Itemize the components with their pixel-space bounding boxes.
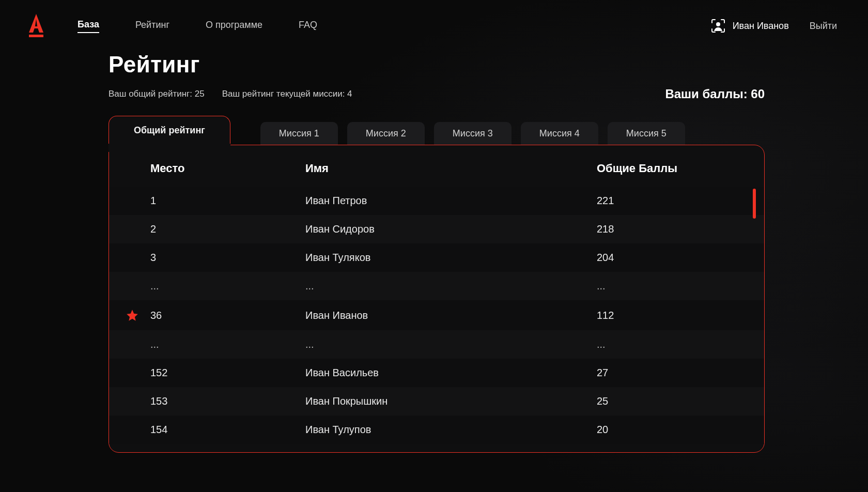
- nav-item-2[interactable]: О программе: [206, 20, 262, 33]
- rating-panel: Место Имя Общие Баллы 1Иван Петров2212Ив…: [109, 145, 765, 453]
- page-title: Рейтинг: [109, 52, 765, 78]
- row-star-cell: [114, 309, 150, 322]
- points-text: Ваши баллы: 60: [665, 87, 765, 101]
- row-name: Иван Васильев: [305, 367, 597, 379]
- tab-mission-3[interactable]: Миссия 3: [434, 122, 512, 145]
- nav-item-0[interactable]: База: [78, 19, 99, 33]
- table-row[interactable]: .........: [109, 272, 764, 300]
- row-name: Иван Туляков: [305, 252, 597, 264]
- table-row[interactable]: 153Иван Покрышкин25: [109, 387, 764, 416]
- user-name: Иван Иванов: [733, 21, 789, 32]
- table-header-score: Общие Баллы: [597, 162, 731, 175]
- table-row[interactable]: .........: [109, 330, 764, 359]
- row-score: 112: [597, 310, 731, 321]
- user-chip[interactable]: Иван Иванов: [711, 19, 789, 33]
- row-score: 221: [597, 195, 731, 207]
- table-header-place: Место: [150, 162, 305, 175]
- tab-mission-1[interactable]: Миссия 1: [260, 122, 338, 145]
- table-header: Место Имя Общие Баллы: [109, 150, 764, 187]
- table-row[interactable]: 2Иван Сидоров218: [109, 215, 764, 243]
- logout-link[interactable]: Выйти: [810, 21, 837, 32]
- row-score: ...: [597, 339, 731, 350]
- nav-item-3[interactable]: FAQ: [299, 20, 317, 33]
- tab-mission-5[interactable]: Миссия 5: [608, 122, 685, 145]
- row-place: 2: [150, 223, 305, 235]
- table-row[interactable]: 3Иван Туляков204: [109, 243, 764, 272]
- svg-point-1: [716, 22, 720, 26]
- row-place: 1: [150, 195, 305, 207]
- row-place: 36: [150, 310, 305, 321]
- row-place: 3: [150, 252, 305, 264]
- row-score: ...: [597, 280, 731, 292]
- main-nav: БазаРейтингО программеFAQ: [78, 19, 317, 33]
- table-row[interactable]: 1Иван Петров221: [109, 187, 764, 215]
- row-name: ...: [305, 339, 597, 350]
- tab-mission-2[interactable]: Миссия 2: [347, 122, 425, 145]
- rating-tabs: Общий рейтингМиссия 1Миссия 2Миссия 3Мис…: [109, 116, 765, 145]
- table-header-name: Имя: [305, 162, 597, 175]
- brand-logo[interactable]: [26, 13, 47, 39]
- row-score: 204: [597, 252, 731, 264]
- row-place: ...: [150, 280, 305, 292]
- nav-item-1[interactable]: Рейтинг: [135, 20, 169, 33]
- header-right: Иван Иванов Выйти: [711, 19, 837, 33]
- user-frame-icon: [711, 19, 725, 33]
- row-score: 25: [597, 395, 731, 407]
- mission-rating-text: Ваш рейтинг текущей миссии: 4: [222, 89, 352, 99]
- row-score: 218: [597, 223, 731, 235]
- row-place: 153: [150, 395, 305, 407]
- table-row[interactable]: 154Иван Тулупов20: [109, 416, 764, 444]
- table-row[interactable]: 152Иван Васильев27: [109, 359, 764, 387]
- svg-rect-0: [29, 35, 43, 37]
- row-score: 27: [597, 367, 731, 379]
- row-place: ...: [150, 339, 305, 350]
- row-name: Иван Покрышкин: [305, 395, 597, 407]
- row-name: Иван Иванов: [305, 310, 597, 321]
- stats-row: Ваш общий рейтинг: 25 Ваш рейтинг текуще…: [109, 87, 765, 101]
- scrollbar-thumb[interactable]: [753, 189, 756, 219]
- row-name: ...: [305, 280, 597, 292]
- scrollbar-track[interactable]: [753, 189, 756, 441]
- tab-overall[interactable]: Общий рейтинг: [109, 116, 230, 145]
- header: БазаРейтингО программеFAQ Иван Иванов Вы…: [0, 0, 868, 52]
- row-place: 152: [150, 367, 305, 379]
- table-row[interactable]: 36Иван Иванов112: [109, 300, 764, 330]
- row-name: Иван Тулупов: [305, 424, 597, 436]
- row-score: 20: [597, 424, 731, 436]
- row-name: Иван Сидоров: [305, 223, 597, 235]
- alfa-logo-icon: [26, 13, 47, 39]
- page-content: Рейтинг Ваш общий рейтинг: 25 Ваш рейтин…: [109, 52, 765, 453]
- table-body: 1Иван Петров2212Иван Сидоров2183Иван Тул…: [109, 187, 764, 444]
- row-name: Иван Петров: [305, 195, 597, 207]
- overall-rating-text: Ваш общий рейтинг: 25: [109, 89, 205, 99]
- tab-mission-4[interactable]: Миссия 4: [521, 122, 598, 145]
- row-place: 154: [150, 424, 305, 436]
- star-icon: [126, 309, 139, 322]
